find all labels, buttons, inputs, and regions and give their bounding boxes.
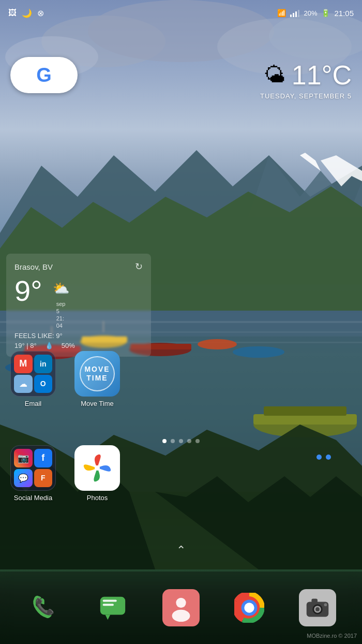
contacts-svg [166,593,196,623]
status-bar: 🖼 🌙 ⊗ 📶 20% 🔋 21:05 [0,0,362,26]
dock-camera[interactable] [299,589,336,626]
weather-rain-icon: 💧 [45,342,53,349]
weather-cloud-small: ⛅ [53,281,69,297]
dot-4 [195,439,200,443]
swipe-up-indicator[interactable]: ⌃ [176,544,186,557]
photos-app[interactable]: Photos [74,445,120,502]
svg-point-50 [315,607,320,611]
google-search-bar[interactable]: Google [10,57,78,93]
weather-sep: sep [56,301,66,307]
email-folder-label: Email [25,400,42,407]
social-media-folder-icon: 📷 f 💬 F [10,445,56,491]
dock-messages[interactable] [94,589,131,626]
svg-point-32 [95,465,100,471]
dot-3 [187,439,191,443]
social-media-folder[interactable]: 📷 f 💬 F Social Media [10,445,56,502]
move-time-line2: TIME [86,374,108,383]
status-right-icons: 📶 20% 🔋 21:05 [277,9,354,18]
wifi-icon: 📶 [277,9,286,17]
weather-rain-chance: 50% [62,342,75,349]
weather-date: TUESDAY, SEPTEMBER 5 [260,92,352,100]
dot-active [162,439,167,443]
battery-icon: 🔋 [321,9,330,17]
camera-icon [299,589,336,626]
page-dots [0,439,362,443]
email-folder-icon: M in ☁ O [10,351,56,397]
move-time-line1: MOVE [84,365,110,374]
phone-svg: 📞 [29,593,59,623]
svg-marker-7 [300,153,321,171]
move-time-app[interactable]: MOVE TIME Move Time [74,351,120,407]
pinwheel-svg [82,452,113,484]
weather-refresh-icon[interactable]: ↻ [135,261,143,272]
instagram-mini-icon: 📷 [14,449,33,467]
app-row-2: 📷 f 💬 F Social Media [10,445,120,502]
dot-blue-1 [316,455,322,460]
svg-point-41 [172,610,190,622]
gmail-mini-icon: M [14,355,33,373]
google-logo: Google [36,64,52,86]
weather-high-low: 19° | 8° [14,342,37,349]
weather-time1: 21: [56,315,66,321]
weather-time2: 04 [56,323,66,329]
weather-temperature-main: 9° [14,276,42,305]
svg-rect-51 [311,599,318,603]
app-row-1: M in ☁ O Email MOVE TIME Move Time [10,351,120,407]
chrome-icon [231,589,268,626]
weather-day: 5 [56,308,66,314]
messenger-mini-icon: 💬 [14,469,33,488]
svg-point-45 [244,603,254,612]
weather-feels-like: FEELS LIKE: 9° [14,332,143,340]
weather-city: Brasov, BV [14,262,53,271]
svg-text:📞: 📞 [35,597,55,616]
svg-point-52 [324,603,327,606]
facebook-mini-icon: f [34,449,53,467]
svg-marker-38 [105,615,111,620]
dock-phone[interactable]: 📞 [26,589,63,626]
watermark: MOBzine.ro © 2017 [307,633,357,639]
photos-label: Photos [87,494,108,502]
svg-rect-36 [103,600,117,602]
dock-contacts[interactable] [162,589,200,626]
weather-cloud-icon: 🌤 [264,63,285,87]
dot-blue-2 [326,455,331,460]
photo-icon: 🖼 [8,8,17,18]
outlook-mini-icon: O [34,375,53,393]
photos-icon [74,445,120,491]
weather-widget-top: 🌤 11°C [264,60,352,91]
messages-icon [94,589,131,626]
status-left-icons: 🖼 🌙 ⊗ [8,8,44,18]
svg-rect-25 [264,406,346,416]
chrome-svg [234,593,264,623]
social4-mini-icon: F [34,469,53,488]
clock: 21:05 [334,9,354,18]
top-right-dots [316,455,331,460]
messages-svg [98,593,128,623]
move-time-label: Move Time [81,400,114,407]
svg-rect-37 [103,604,114,606]
email-folder[interactable]: M in ☁ O Email [10,351,56,407]
svg-point-27 [198,339,237,349]
signal-bars [290,9,299,17]
battery-percent: 20% [304,9,317,17]
dot-2 [179,439,183,443]
svg-point-28 [233,346,284,358]
weather-card: Brasov, BV ↻ 9° ⛅ sep 5 21: 04 FEELS LIK… [6,254,151,357]
move-time-icon: MOVE TIME [74,351,120,397]
svg-point-40 [176,598,186,608]
dock-chrome[interactable] [231,589,268,626]
contacts-icon [162,589,200,626]
moon-icon: 🌙 [22,8,32,18]
no-disturb-icon: ⊗ [37,8,44,18]
linkedin-mini-icon: in [34,355,53,373]
weather-temperature-large: 11°C [292,60,352,91]
cloud-mini-icon: ☁ [14,375,33,393]
camera-svg [303,593,333,623]
dot-1 [171,439,175,443]
social-media-label: Social Media [14,494,52,502]
phone-icon: 📞 [26,589,63,626]
